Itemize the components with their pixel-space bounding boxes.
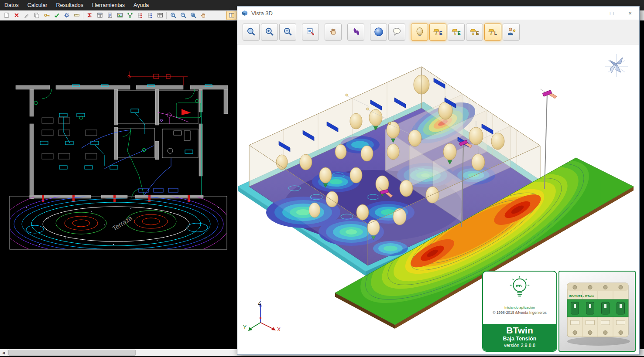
- zoom-out-button[interactable]: [178, 11, 188, 20]
- copy-button[interactable]: [31, 11, 41, 20]
- table-button[interactable]: [155, 11, 165, 20]
- zoom-in-icon: [265, 27, 274, 37]
- image-button[interactable]: [115, 11, 125, 20]
- zoom-in-icon: [170, 12, 176, 18]
- svg-text:E: E: [439, 31, 442, 36]
- gear-icon: [64, 12, 70, 18]
- pan-button[interactable]: [198, 11, 208, 20]
- splash-screen: Iniciando aplicación © 1998-2018 iMventa…: [482, 271, 636, 352]
- report-icon: [107, 12, 113, 18]
- split-view-icon: [229, 12, 235, 18]
- photometric-solid-icon: [415, 27, 425, 37]
- tree-blue-icon: [147, 12, 153, 18]
- calc-table-icon: [97, 12, 103, 18]
- report-button[interactable]: [105, 11, 115, 20]
- product-name: BTwin: [483, 325, 556, 336]
- lamp-L-icon: L: [488, 27, 498, 37]
- observer-icon: [507, 27, 516, 37]
- hand-icon: [329, 27, 338, 37]
- sum-button[interactable]: [85, 11, 95, 20]
- image-icon: [117, 12, 123, 18]
- axis-x-label: X: [277, 326, 281, 333]
- new-report-button[interactable]: [1, 11, 11, 20]
- pencil-icon: [24, 12, 30, 18]
- vista-3d-titlebar[interactable]: Vista 3D □ ×: [237, 7, 639, 20]
- svg-text:E: E: [457, 31, 460, 36]
- pan-button[interactable]: [325, 24, 342, 41]
- edit-button[interactable]: [21, 11, 31, 20]
- zoom-window-icon: [190, 12, 196, 18]
- orbit-sphere-icon: [374, 27, 384, 37]
- speech-bubble-icon: [392, 27, 402, 37]
- new-document-icon: [3, 12, 10, 18]
- illuminance-E-button[interactable]: E: [448, 24, 465, 41]
- window-title: Vista 3D: [251, 10, 603, 17]
- isolux-E-button[interactable]: E: [429, 24, 446, 41]
- svg-text:E: E: [476, 31, 479, 36]
- zoom-extents-button[interactable]: [302, 24, 319, 41]
- menu-resultados[interactable]: Resultados: [52, 1, 88, 10]
- scrollbar-thumb[interactable]: [8, 350, 136, 356]
- close-button[interactable]: ×: [621, 7, 639, 20]
- vista-3d-window: Vista 3D □ × E E E L: [237, 6, 640, 355]
- street-light-fixture: [540, 89, 557, 99]
- menu-ayuda[interactable]: Ayuda: [129, 1, 153, 10]
- axis-triad: Z Y X: [243, 300, 281, 333]
- maximize-button[interactable]: □: [603, 7, 621, 20]
- zoom-out-icon: [283, 27, 293, 37]
- false-color-E-button[interactable]: E: [466, 24, 483, 41]
- zoom-in-button[interactable]: [261, 24, 278, 41]
- measure-button[interactable]: [72, 11, 82, 20]
- luminance-L-button[interactable]: L: [484, 24, 501, 41]
- zoom-window-icon: [247, 27, 256, 37]
- lamp-E-icon: E: [433, 27, 443, 37]
- sigma-icon: [87, 12, 93, 18]
- imventa-bulb-logo: [507, 275, 533, 300]
- calc-table-button[interactable]: [95, 11, 105, 20]
- delete-button[interactable]: [11, 11, 21, 20]
- zoom-window-button[interactable]: [188, 11, 198, 20]
- hand-icon: [200, 12, 206, 18]
- observer-button[interactable]: [503, 24, 520, 41]
- schematic-icon: [127, 12, 133, 18]
- copy-icon: [34, 12, 40, 18]
- validate-button[interactable]: [51, 11, 62, 20]
- menu-datos[interactable]: Datos: [0, 1, 23, 10]
- annotations-button[interactable]: [388, 24, 405, 41]
- lamp-E-icon: E: [452, 27, 461, 37]
- vista-3d-toolbar: E E E L: [237, 20, 639, 44]
- orbit-button[interactable]: [370, 24, 387, 41]
- axis-y-label: Y: [243, 324, 247, 330]
- lamp-E-icon: E: [470, 27, 480, 37]
- compass-icon[interactable]: [605, 54, 628, 77]
- toolbar-separator: [166, 12, 167, 19]
- scroll-left-button[interactable]: ◀: [0, 349, 7, 356]
- breaker-brand-label: iMVENTA - BTwin: [569, 295, 594, 298]
- walk-button[interactable]: [347, 24, 364, 41]
- product-version: versión 2.9.8.8: [483, 342, 556, 348]
- tree-red-button[interactable]: [135, 11, 145, 20]
- circuit-breaker-image: iMVENTA - BTwin: [559, 272, 636, 351]
- zoom-window-button[interactable]: [243, 24, 260, 41]
- zoom-in-button[interactable]: [168, 11, 178, 20]
- tree-red-icon: [137, 12, 143, 18]
- schematic-button[interactable]: [125, 11, 135, 20]
- menu-calcular[interactable]: Calcular: [23, 1, 52, 10]
- walk-feet-icon: [351, 27, 361, 37]
- menu-herramientas[interactable]: Herramientas: [88, 1, 129, 10]
- settings-button[interactable]: [62, 11, 72, 20]
- splash-card: Iniciando aplicación © 1998-2018 iMventa…: [482, 271, 557, 352]
- view-3d-toggle-button[interactable]: [226, 11, 236, 20]
- tree-blue-button[interactable]: [145, 11, 155, 20]
- window-3d-icon: [241, 10, 248, 17]
- key-button[interactable]: [41, 11, 51, 20]
- product-subtitle: Baja Tensión: [483, 336, 556, 342]
- delete-x-icon: [14, 12, 20, 18]
- zoom-out-button[interactable]: [279, 24, 296, 41]
- axis-z-label: Z: [258, 300, 261, 306]
- splash-init-text: Iniciando aplicación: [504, 306, 535, 309]
- breaker-photo: iMVENTA - BTwin: [558, 271, 636, 352]
- toolbar-separator: [83, 12, 83, 19]
- render-3d-button[interactable]: [411, 24, 428, 41]
- svg-text:L: L: [494, 31, 497, 36]
